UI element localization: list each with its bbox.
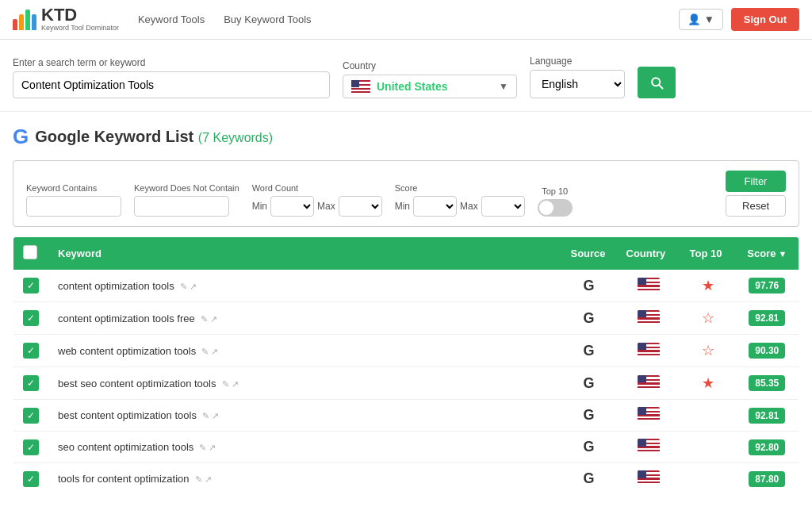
search-area: Enter a search term or keyword Country U… [0,40,812,112]
logo-bar-blue [32,14,36,30]
top10-star-outline-2: ☆ [702,343,714,359]
keyword-action-icons-6: ✎ ↗ [192,474,211,484]
country-flag-3 [638,375,660,389]
row-checkbox-2[interactable]: ✓ [23,343,39,359]
score-max-label: Max [460,201,478,212]
filter-apply-button[interactable]: Filter [726,171,786,192]
us-flag-icon [351,80,370,93]
keyword-text-2: web content optimization tools [58,345,196,357]
nav-keyword-tools[interactable]: Keyword Tools [138,13,205,25]
keyword-table-body: ✓content optimization tools ✎ ↗G★97.76✓c… [13,270,799,495]
keyword-text-5: seo content optimization tools [58,441,193,453]
country-field: Country United States ▼ [343,60,517,98]
select-all-checkbox[interactable] [23,245,37,259]
keyword-action-icons-2: ✎ ↗ [199,347,218,356]
score-badge-3: 85.35 [749,375,785,391]
table-header: Keyword Source Country Top 10 Score ▼ [13,237,799,271]
row-checkbox-6[interactable]: ✓ [23,471,39,487]
source-icon-5: G [583,439,594,455]
row-checkbox-0[interactable]: ✓ [23,278,39,294]
score-min-select[interactable] [413,196,457,217]
keyword-table: Keyword Source Country Top 10 Score ▼ ✓c… [13,236,799,495]
keyword-action-icons-4: ✎ ↗ [200,411,219,420]
signout-button[interactable]: Sign Out [731,8,799,31]
filter-reset-button[interactable]: Reset [726,195,786,217]
keyword-text-4: best content optimization tools [58,409,197,421]
score-group: Score Min Max [395,183,525,217]
filter-contains-input[interactable] [26,196,121,217]
nav-buy-keyword-tools[interactable]: Buy Keyword Tools [224,13,311,25]
search-label: Enter a search term or keyword [13,57,330,68]
language-select[interactable]: English Spanish French [530,70,625,98]
country-name: United States [377,80,492,93]
top10-toggle[interactable] [538,199,573,217]
search-icon [649,75,665,90]
row-checkbox-1[interactable]: ✓ [23,310,39,326]
top10-star-outline-1: ☆ [702,310,714,326]
table-row: ✓content optimization tools free ✎ ↗G☆92… [13,302,799,335]
th-score-label: Score [747,247,776,259]
sort-arrow-icon: ▼ [778,249,787,259]
logo-brand: KTD [41,5,77,25]
filter-not-contain-group: Keyword Does Not Contain [134,183,239,217]
filter-contains-label: Keyword Contains [26,183,121,193]
th-keyword: Keyword [48,237,561,271]
country-flag-0 [638,278,660,292]
language-field: Language English Spanish French [530,56,625,98]
user-icon: 👤 [688,13,701,25]
source-icon-1: G [583,310,594,326]
table-row: ✓best seo content optimization tools ✎ ↗… [13,367,799,400]
user-menu-button[interactable]: 👤 ▼ [679,9,723,30]
top10-star-full-3: ★ [702,375,714,391]
table-row: ✓best content optimization tools ✎ ↗G92.… [13,400,799,432]
row-checkbox-5[interactable]: ✓ [23,439,39,455]
keyword-action-icons-5: ✎ ↗ [197,443,216,452]
search-input[interactable] [13,71,330,98]
score-badge-5: 92.80 [749,439,785,455]
word-count-row: Min Max [252,196,382,217]
score-row: Min Max [395,196,525,217]
score-badge-2: 90.30 [749,343,785,359]
country-flag-5 [638,439,660,453]
country-flag-2 [638,343,660,357]
search-button[interactable] [638,67,676,98]
source-icon-0: G [583,278,594,294]
country-flag-4 [638,407,660,421]
logo-text-block: KTD Keyword Tool Dominator [41,6,119,33]
score-min-label: Min [395,201,410,212]
filter-buttons: Filter Reset [726,171,786,217]
filter-panel: Keyword Contains Keyword Does Not Contai… [13,160,799,227]
logo-bars [13,8,36,30]
table-row: ✓tools for content optimization ✎ ↗G87.8… [13,463,799,495]
word-count-min-label: Min [252,201,267,212]
logo-bar-red [13,19,17,30]
source-icon-6: G [583,470,594,486]
row-checkbox-4[interactable]: ✓ [23,408,39,424]
logo: KTD Keyword Tool Dominator [13,6,119,33]
country-flag-1 [638,310,660,324]
search-row: Enter a search term or keyword Country U… [13,56,799,98]
source-icon-3: G [583,375,594,391]
th-score: Score ▼ [736,237,799,271]
th-checkbox [13,237,49,271]
table-row: ✓seo content optimization tools ✎ ↗G92.8… [13,432,799,463]
filter-not-contain-input[interactable] [134,196,229,217]
row-checkbox-3[interactable]: ✓ [23,375,39,391]
score-max-select[interactable] [481,196,525,217]
table-row: ✓web content optimization tools ✎ ↗G☆90.… [13,335,799,367]
section-heading-text: Google Keyword List [35,128,193,145]
keyword-text-3: best seo content optimization tools [58,378,216,389]
filter-contains-group: Keyword Contains [26,183,121,217]
country-select[interactable]: United States ▼ [343,75,517,98]
country-chevron-icon: ▼ [499,81,508,92]
table-header-row: Keyword Source Country Top 10 Score ▼ [13,237,799,271]
score-badge-0: 97.76 [749,278,785,294]
word-count-label: Word Count [252,183,382,193]
word-count-min-select[interactable] [270,196,314,217]
word-count-max-select[interactable] [339,196,382,217]
source-icon-4: G [583,407,594,423]
source-icon-2: G [583,343,594,359]
navbar-right: 👤 ▼ Sign Out [679,8,799,31]
keyword-count: (7 Keywords) [198,131,273,144]
th-country: Country [617,237,680,271]
